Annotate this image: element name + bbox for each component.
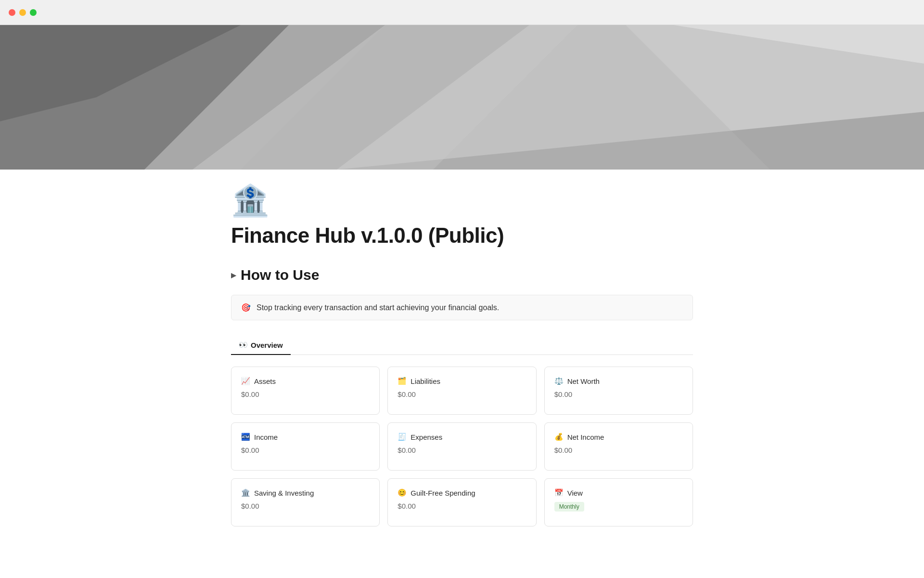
card-liabilities-icon: 🗂️ — [398, 377, 407, 385]
card-assets[interactable]: 📈Assets$0.00 — [231, 367, 380, 415]
card-expenses-icon: 🧾 — [398, 433, 407, 441]
card-saving-investing-title: 🏛️Saving & Investing — [241, 488, 370, 497]
callout-box: 🎯 Stop tracking every transaction and st… — [231, 295, 693, 320]
tab-bar: 👀 Overview — [231, 336, 693, 355]
page-title: Finance Hub v.1.0.0 (Public) — [231, 223, 693, 248]
card-saving-investing-value: $0.00 — [241, 502, 370, 510]
card-expenses[interactable]: 🧾Expenses$0.00 — [387, 422, 536, 471]
card-saving-investing[interactable]: 🏛️Saving & Investing$0.00 — [231, 478, 380, 526]
card-guilt-free-spending-title: 😊Guilt-Free Spending — [398, 488, 526, 497]
card-saving-investing-label: Saving & Investing — [254, 489, 314, 497]
card-net-income-value: $0.00 — [554, 446, 683, 454]
card-income-label: Income — [254, 433, 278, 441]
card-net-income-icon: 💰 — [554, 433, 564, 441]
card-liabilities[interactable]: 🗂️Liabilities$0.00 — [387, 367, 536, 415]
card-view-badge: Monthly — [554, 502, 584, 512]
card-guilt-free-spending[interactable]: 😊Guilt-Free Spending$0.00 — [387, 478, 536, 526]
overview-grid: 📈Assets$0.00🗂️Liabilities$0.00⚖️Net Wort… — [231, 367, 693, 526]
card-expenses-label: Expenses — [411, 433, 442, 441]
card-assets-icon: 📈 — [241, 377, 250, 385]
card-income-icon: 🏧 — [241, 433, 250, 441]
card-net-worth-icon: ⚖️ — [554, 377, 564, 385]
toggle-arrow: ▸ — [231, 269, 236, 281]
tab-overview[interactable]: 👀 Overview — [231, 336, 291, 355]
card-net-worth-label: Net Worth — [567, 377, 600, 385]
card-view-label: View — [567, 489, 583, 497]
card-net-worth[interactable]: ⚖️Net Worth$0.00 — [544, 367, 693, 415]
card-liabilities-title: 🗂️Liabilities — [398, 377, 526, 385]
card-net-income[interactable]: 💰Net Income$0.00 — [544, 422, 693, 471]
card-expenses-value: $0.00 — [398, 446, 526, 454]
card-view[interactable]: 📅ViewMonthly — [544, 478, 693, 526]
card-income[interactable]: 🏧Income$0.00 — [231, 422, 380, 471]
card-liabilities-label: Liabilities — [411, 377, 440, 385]
hero-banner — [0, 25, 924, 170]
card-expenses-title: 🧾Expenses — [398, 433, 526, 441]
maximize-button[interactable] — [30, 9, 37, 16]
tab-overview-icon: 👀 — [239, 341, 248, 349]
callout-text: Stop tracking every transaction and star… — [257, 303, 499, 312]
card-assets-label: Assets — [254, 377, 276, 385]
card-assets-value: $0.00 — [241, 390, 370, 398]
titlebar — [0, 0, 924, 25]
how-to-use-toggle[interactable]: ▸ How to Use — [231, 267, 693, 283]
card-saving-investing-icon: 🏛️ — [241, 488, 250, 497]
card-guilt-free-spending-icon: 😊 — [398, 488, 407, 497]
card-income-title: 🏧Income — [241, 433, 370, 441]
card-view-title: 📅View — [554, 488, 683, 497]
card-net-income-title: 💰Net Income — [554, 433, 683, 441]
card-assets-title: 📈Assets — [241, 377, 370, 385]
card-liabilities-value: $0.00 — [398, 390, 526, 398]
close-button[interactable] — [9, 9, 15, 16]
card-guilt-free-spending-value: $0.00 — [398, 502, 526, 510]
section-title: How to Use — [241, 267, 319, 283]
minimize-button[interactable] — [19, 9, 26, 16]
card-income-value: $0.00 — [241, 446, 370, 454]
main-content: 🏦 Finance Hub v.1.0.0 (Public) ▸ How to … — [0, 185, 924, 565]
page-icon: 🏦 — [231, 185, 693, 216]
card-net-worth-value: $0.00 — [554, 390, 683, 398]
card-net-worth-title: ⚖️Net Worth — [554, 377, 683, 385]
card-guilt-free-spending-label: Guilt-Free Spending — [411, 489, 475, 497]
card-net-income-label: Net Income — [567, 433, 604, 441]
callout-icon: 🎯 — [241, 303, 251, 312]
tab-overview-label: Overview — [251, 341, 283, 349]
card-view-icon: 📅 — [554, 488, 564, 497]
